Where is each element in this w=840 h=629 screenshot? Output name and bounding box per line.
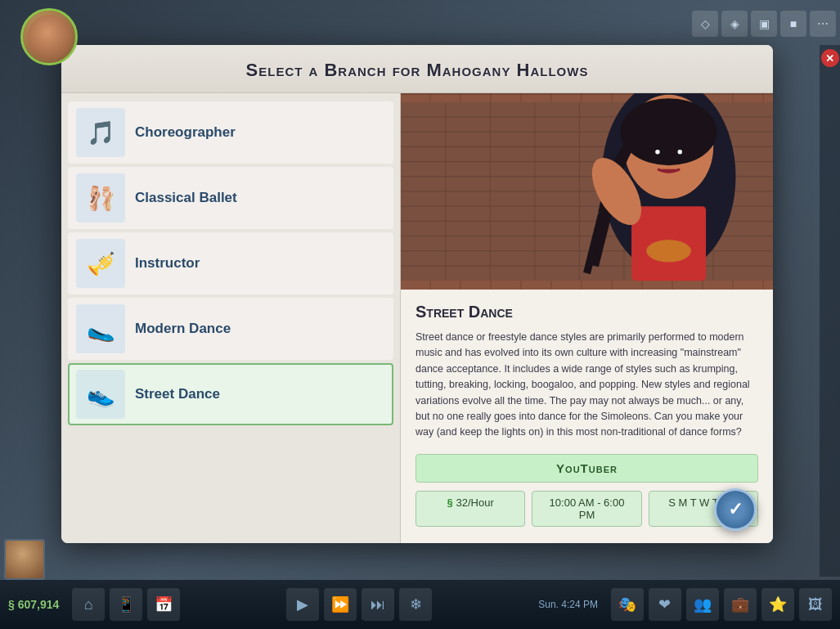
branch-name-instructor: Instructor [135,255,200,272]
branch-name-modern-dance: Modern Dance [135,321,231,337]
branch-name-street-dance: Street Dance [135,386,220,402]
svg-point-24 [655,150,659,154]
svg-point-25 [678,150,682,154]
taskbar-phone[interactable]: 📱 [110,588,142,621]
modal-body: 🎵 Choreographer 🩰 Classical Ballet 🎺 Ins… [61,93,773,543]
taskbar-relationships[interactable]: ❤ [649,588,681,621]
taskbar-gallery[interactable]: 🖼 [799,588,832,621]
taskbar-skills[interactable]: 👥 [686,588,719,621]
svg-point-28 [646,240,691,262]
right-panel: ✕ [820,45,840,577]
branch-select-modal: Select a Branch for Mahogany Hallows 🎵 C… [61,45,773,543]
job-level-badge: YouTuber [416,454,758,483]
branch-name-classical-ballet: Classical Ballet [135,190,237,206]
detail-character-image [401,93,773,290]
avatar [20,8,78,65]
street-dance-icon: 👟 [76,370,125,419]
dollar-sign: § [447,496,453,509]
top-icons-bar: ◇ ◈ ▣ ■ ⋯ [688,7,840,41]
branch-item-instructor[interactable]: 🎺 Instructor [68,232,393,294]
taskbar-fast-forward[interactable]: ⏩ [324,588,357,621]
character-svg [401,93,773,290]
detail-branch-title: Street Dance [416,303,758,321]
icon-skills[interactable]: ■ [780,11,806,37]
job-stats-row: § 32/Hour 10:00 AM - 6:00 PM S M T W T F… [416,491,758,527]
time-display: Sun. 4:24 PM [538,599,598,610]
taskbar-career[interactable]: 💼 [724,588,757,621]
confirm-button[interactable]: ✓ [714,488,757,531]
branch-list: 🎵 Choreographer 🩰 Classical Ballet 🎺 Ins… [61,93,401,543]
branch-name-choreographer: Choreographer [135,124,236,141]
instructor-icon: 🎺 [76,239,125,288]
taskbar-calendar[interactable]: 📅 [147,588,180,621]
choreographer-icon: 🎵 [76,108,125,157]
taskbar-aspirations[interactable]: ⭐ [761,588,794,621]
modal-header: Select a Branch for Mahogany Hallows [61,45,773,93]
icon-map[interactable]: ◇ [692,11,718,37]
branch-item-street-dance[interactable]: 👟 Street Dance [68,363,393,425]
modal-title: Select a Branch for Mahogany Hallows [78,60,757,81]
branch-item-modern-dance[interactable]: 🥿 Modern Dance [68,298,393,360]
taskbar-play[interactable]: ▶ [286,588,319,621]
taskbar-pause[interactable]: ❄ [399,588,432,621]
money-display: § 607,914 [8,598,59,611]
taskbar-home[interactable]: ⌂ [72,588,105,621]
hours-stat: 10:00 AM - 6:00 PM [532,491,641,527]
taskbar-sim-needs[interactable]: 🎭 [611,588,644,621]
modern-dance-icon: 🥿 [76,304,125,353]
character-illustration [401,93,773,290]
taskbar: § 607,914 ⌂ 📱 📅 ▶ ⏩ ⏭ ❄ Sun. 4:24 PM 🎭 ❤… [0,580,840,629]
branch-detail-panel: Street Dance Street dance or freestyle d… [401,93,773,543]
icon-portrait[interactable]: ▣ [751,11,777,37]
icon-diamond[interactable]: ◈ [721,11,748,37]
close-button[interactable]: ✕ [821,49,839,67]
pay-value: 32/Hour [456,496,493,509]
sim-portrait-taskbar[interactable] [4,539,45,580]
classical-ballet-icon: 🩰 [76,173,125,222]
icon-more[interactable]: ⋯ [810,11,836,37]
branch-item-choreographer[interactable]: 🎵 Choreographer [68,101,393,164]
confirm-check-icon: ✓ [728,499,743,520]
branch-item-classical-ballet[interactable]: 🩰 Classical Ballet [68,167,393,229]
avatar-face [27,15,72,60]
taskbar-skip[interactable]: ⏭ [362,588,394,621]
detail-description: Street dance or freestyle dance styles a… [416,330,758,441]
pay-stat: § 32/Hour [416,491,525,527]
